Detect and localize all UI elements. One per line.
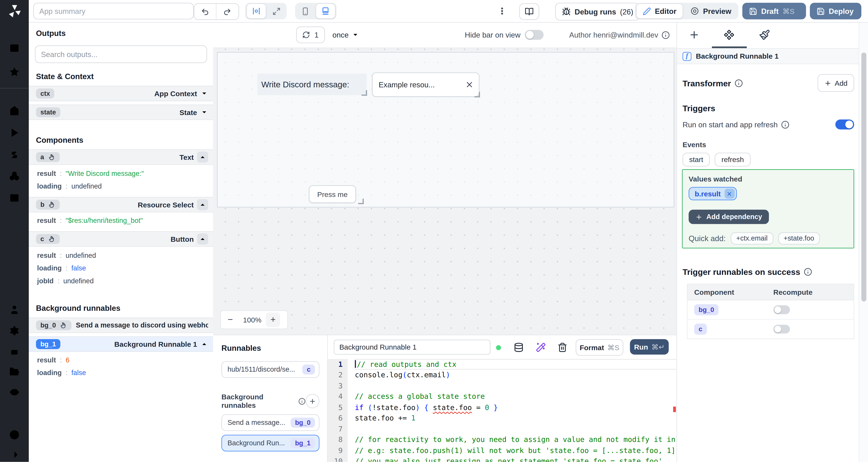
scrollbar-thumb[interactable] (861, 53, 866, 302)
app-window-icon[interactable] (9, 42, 20, 54)
refresh-interval-control[interactable]: 1 (296, 27, 325, 43)
collapse-button[interactable] (197, 233, 208, 244)
home-icon[interactable] (9, 105, 20, 116)
run-button[interactable]: Run ⌘↵ (630, 339, 669, 355)
zoom-out-button[interactable]: − (221, 315, 240, 325)
add-dependency-button[interactable]: Add dependency (689, 209, 769, 224)
output-row-b[interactable]: b Resource Select (29, 197, 213, 212)
windmill-logo[interactable] (7, 4, 22, 18)
star-icon[interactable] (9, 66, 20, 77)
add-background-runnable-button[interactable] (306, 394, 319, 408)
output-row-ctx[interactable]: ctx App Context (29, 86, 213, 101)
quick-add-ctx-email[interactable]: +ctx.email (731, 232, 773, 244)
redo-button[interactable] (216, 4, 238, 19)
press-me-button[interactable]: Press me (309, 185, 356, 203)
add-transformer-button[interactable]: Add (817, 74, 854, 92)
variables-dollar-icon[interactable] (9, 150, 20, 160)
output-row-c[interactable]: c Button (29, 231, 213, 247)
resources-boxes-icon[interactable] (9, 170, 20, 182)
resize-handle[interactable] (358, 199, 364, 204)
draft-button[interactable]: Draft ⌘S (742, 3, 806, 20)
tab-preview[interactable]: Preview (684, 4, 737, 18)
settings-gear-icon[interactable] (9, 325, 20, 336)
expand-button[interactable] (268, 4, 286, 18)
deploy-button[interactable]: Deploy (810, 3, 861, 20)
more-menu-button[interactable] (496, 4, 507, 18)
recompute-toggle-bg0[interactable] (773, 305, 790, 314)
output-row-bg0[interactable]: bg_0 Send a message to discord using web… (29, 318, 213, 333)
audit-eye-icon[interactable] (9, 387, 20, 398)
frequency-dropdown[interactable]: once (332, 31, 359, 39)
settings-component-tab-icon[interactable] (723, 29, 735, 40)
insert-component-tab-plus-icon[interactable] (689, 29, 700, 40)
selected-runnable-breadcrumb[interactable]: f Background Runnable 1 (677, 48, 859, 64)
help-icon[interactable] (9, 429, 20, 440)
runnable-item-bg0[interactable]: Send a message... bg_0 (221, 415, 319, 431)
output-row-state[interactable]: state State (29, 105, 213, 120)
hand-pointer-icon (60, 322, 67, 329)
clear-icon[interactable] (465, 80, 474, 89)
format-button[interactable]: Format ⌘S (576, 339, 623, 356)
resize-handle[interactable] (474, 92, 480, 97)
delete-trash-icon[interactable] (557, 342, 567, 352)
chevron-down-icon[interactable] (200, 90, 208, 97)
recompute-toggle-c[interactable] (773, 325, 790, 333)
center-horizontally-button[interactable] (246, 3, 266, 19)
info-icon[interactable] (734, 79, 743, 87)
info-icon[interactable] (299, 398, 306, 405)
hide-bar-toggle[interactable] (525, 30, 544, 40)
quick-add-state-foo[interactable]: +state.foo (778, 232, 819, 244)
resource-select-component[interactable]: Example resou... (372, 72, 479, 97)
remove-dependency-button[interactable] (724, 189, 735, 199)
info-icon[interactable] (661, 31, 670, 39)
zoom-in-button[interactable]: + (266, 312, 280, 327)
schedules-calendar-icon[interactable] (9, 192, 20, 203)
docs-button[interactable] (519, 3, 539, 20)
kv-row: jobId:undefined (29, 277, 213, 285)
trigger-on-success-label: Trigger runnables on success (683, 267, 800, 277)
collapse-button[interactable] (197, 199, 208, 210)
code-editor[interactable]: 12345678910 // read outputs and ctxconso… (328, 359, 677, 462)
info-icon[interactable] (804, 268, 812, 276)
debug-runs-button[interactable]: Debug runs (26) (555, 3, 640, 21)
undo-button[interactable] (194, 4, 216, 19)
output-row-a[interactable]: a Text (29, 150, 213, 165)
info-icon[interactable] (781, 120, 789, 129)
search-outputs-input[interactable] (35, 45, 207, 63)
app-summary-input[interactable] (33, 3, 194, 20)
table-row-c: c (688, 319, 854, 338)
runnable-item-bg1-selected[interactable]: Background Run... bg_1 (221, 435, 319, 452)
ai-wand-icon[interactable] (536, 342, 546, 352)
workers-robot-icon[interactable] (9, 346, 20, 357)
app-canvas[interactable]: Write Discord message: Example resou... … (213, 48, 677, 335)
book-open-icon (525, 7, 534, 16)
triggers-title: Triggers (683, 103, 715, 113)
runnable-name-input[interactable] (334, 340, 491, 355)
styling-tab-brush-icon[interactable] (759, 29, 770, 40)
watched-value-chip[interactable]: b.result (689, 187, 737, 200)
text-component[interactable]: Write Discord message: (257, 73, 367, 95)
runs-play-icon[interactable] (9, 127, 20, 138)
chevron-up-icon (199, 235, 207, 243)
ctx-badge: ctx (36, 89, 55, 99)
event-chip-start[interactable]: start (683, 153, 710, 166)
run-label: Run (634, 343, 648, 351)
runnable-item-c[interactable]: hub/1511/discord/se... c (221, 361, 319, 378)
event-chip-refresh[interactable]: refresh (715, 153, 751, 166)
chevron-down-icon[interactable] (200, 108, 208, 116)
run-on-start-toggle[interactable] (835, 120, 854, 130)
resize-handle[interactable] (362, 90, 367, 96)
code-lines[interactable]: // read outputs and ctxconsole.log(ctx.e… (348, 359, 677, 462)
cache-database-icon[interactable] (514, 342, 524, 352)
mobile-view-button[interactable] (296, 4, 314, 18)
users-icon[interactable] (9, 304, 20, 315)
folders-icon[interactable] (9, 366, 20, 377)
collapse-button[interactable] (197, 152, 208, 163)
tab-editor[interactable]: Editor (636, 3, 683, 19)
collapse-arrow-icon[interactable] (9, 449, 20, 460)
output-row-bg1[interactable]: bg_1 Background Runnable 1 (29, 336, 213, 352)
window-scrollbar[interactable] (859, 22, 868, 462)
button-label: Press me (317, 190, 348, 198)
desktop-view-button[interactable] (315, 3, 335, 19)
chevron-up-icon[interactable] (200, 340, 208, 348)
